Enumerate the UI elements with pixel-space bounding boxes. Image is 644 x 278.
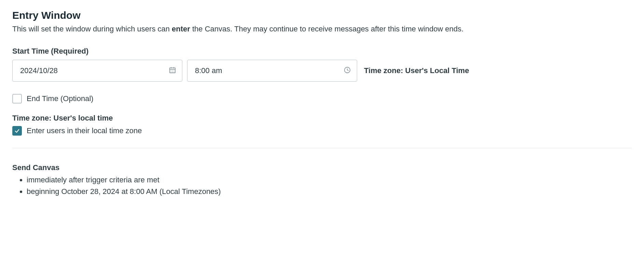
end-time-checkbox[interactable] [12,94,22,103]
start-date-input[interactable] [12,60,182,82]
date-input-wrap [12,60,182,82]
desc-post: the Canvas. They may continue to receive… [190,25,464,33]
entry-window-section: Entry Window This will set the window du… [12,10,632,136]
end-time-checkbox-label: End Time (Optional) [27,94,94,103]
entry-window-title: Entry Window [12,10,632,21]
section-divider [12,148,632,148]
start-time-label: Start Time (Required) [12,47,632,56]
timezone-inline-label: Time zone: User's Local Time [364,66,469,75]
send-canvas-item: immediately after trigger criteria are m… [27,174,632,186]
desc-bold: enter [172,25,190,33]
timezone-heading: Time zone: User's local time [12,114,632,123]
time-input-wrap [187,60,357,82]
start-time-row: Time zone: User's Local Time [12,60,632,82]
entry-window-description: This will set the window during which us… [12,23,632,34]
local-tz-checkbox-label: Enter users in their local time zone [27,126,142,135]
desc-pre: This will set the window during which us… [12,25,172,33]
local-tz-checkbox[interactable] [12,126,22,136]
send-canvas-title: Send Canvas [12,163,632,172]
local-tz-checkbox-row: Enter users in their local time zone [12,126,632,136]
send-canvas-list: immediately after trigger criteria are m… [12,174,632,197]
send-canvas-section: Send Canvas immediately after trigger cr… [12,163,632,197]
end-time-checkbox-row: End Time (Optional) [12,94,632,103]
send-canvas-item: beginning October 28, 2024 at 8:00 AM (L… [27,186,632,197]
start-time-input[interactable] [187,60,357,82]
